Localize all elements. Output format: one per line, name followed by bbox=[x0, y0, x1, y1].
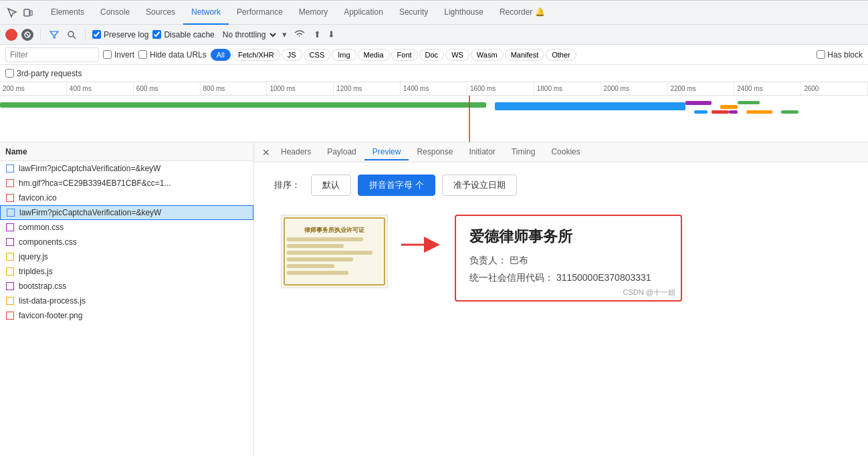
disable-cache-checkbox[interactable]: Disable cache bbox=[152, 30, 214, 39]
doc-file-icon bbox=[6, 208, 15, 217]
filter-input[interactable] bbox=[5, 47, 99, 62]
file-name: hm.gif?hca=CE29B3394EB71CBF&cc=1... bbox=[19, 179, 248, 188]
sort-label: 排序： bbox=[274, 179, 300, 191]
file-list-items: lawFirm?picCaptchaVerification=&keyWhm.g… bbox=[0, 161, 253, 456]
file-item[interactable]: favicon.ico bbox=[0, 191, 253, 205]
firm-name: 爱德律师事务所 bbox=[469, 227, 667, 247]
sort-date-button[interactable]: 准予设立日期 bbox=[442, 175, 517, 196]
filter-icon[interactable] bbox=[47, 28, 61, 41]
file-item[interactable]: bootstrap.css bbox=[0, 279, 253, 294]
sub-tab-timing[interactable]: Timing bbox=[504, 144, 544, 160]
tab-lighthouse[interactable]: Lighthouse bbox=[436, 1, 492, 25]
js-file-icon bbox=[5, 267, 15, 276]
timeline-tick: 1000 ms bbox=[267, 82, 334, 95]
tab-security[interactable]: Security bbox=[391, 1, 436, 25]
css-file-icon bbox=[5, 237, 15, 247]
doc-file-icon bbox=[5, 164, 15, 173]
timeline-tick: 400 ms bbox=[67, 82, 134, 95]
person-label: 负责人： bbox=[469, 255, 507, 265]
timeline-ruler: 200 ms400 ms600 ms800 ms1000 ms1200 ms14… bbox=[0, 82, 868, 96]
hide-data-urls-checkbox[interactable]: Hide data URLs bbox=[138, 50, 207, 60]
separator-1 bbox=[40, 29, 41, 41]
sub-tab-response[interactable]: Response bbox=[409, 144, 461, 160]
png-file-icon bbox=[5, 311, 15, 320]
filter-chip-doc[interactable]: Doc bbox=[419, 49, 445, 61]
filter-chip-ws[interactable]: WS bbox=[445, 49, 469, 61]
sub-tab-cookies[interactable]: Cookies bbox=[543, 144, 588, 160]
sub-tabs-container: HeadersPayloadPreviewResponseInitiatorTi… bbox=[273, 144, 588, 160]
file-item[interactable]: favicon-footer.png bbox=[0, 308, 253, 323]
search-icon[interactable] bbox=[65, 28, 78, 41]
file-item[interactable]: list-data-process.js bbox=[0, 294, 253, 308]
tab-recorder[interactable]: Recorder 🔔 bbox=[492, 1, 553, 25]
timeline-tick: 2000 ms bbox=[601, 82, 668, 95]
preserve-log-checkbox[interactable]: Preserve log bbox=[92, 30, 148, 39]
file-item[interactable]: tripldes.js bbox=[0, 264, 253, 279]
file-item[interactable]: jquery.js bbox=[0, 249, 253, 264]
cert-lines bbox=[287, 237, 382, 277]
file-item[interactable]: components.css bbox=[0, 235, 253, 249]
filter-chip-wasm[interactable]: Wasm bbox=[471, 49, 504, 61]
tab-network[interactable]: Network bbox=[183, 1, 229, 25]
tab-performance[interactable]: Performance bbox=[229, 1, 291, 25]
sort-pinyin-button[interactable]: 拼音首字母 个 bbox=[358, 175, 435, 196]
info-card: 爱德律师事务所 负责人： 巴布 统一社会信用代码： 31150000E37080… bbox=[455, 215, 682, 302]
inspect-icon[interactable] bbox=[5, 6, 19, 19]
clear-button[interactable] bbox=[21, 29, 33, 41]
device-toolbar-icon[interactable] bbox=[21, 6, 35, 19]
filter-chip-css[interactable]: CSS bbox=[304, 49, 331, 61]
tab-sources[interactable]: Sources bbox=[138, 1, 183, 25]
third-party-checkbox[interactable]: 3rd-party requests bbox=[5, 69, 82, 78]
timeline-tick: 2600 bbox=[801, 82, 868, 95]
file-name: bootstrap.css bbox=[19, 281, 248, 291]
file-name: tripldes.js bbox=[19, 267, 248, 276]
record-button[interactable] bbox=[5, 29, 17, 41]
sub-tab-payload[interactable]: Payload bbox=[319, 144, 364, 160]
code-info: 统一社会信用代码： 31150000E370803331 bbox=[469, 272, 667, 284]
timeline-tick: 800 ms bbox=[201, 82, 267, 95]
file-name: list-data-process.js bbox=[19, 296, 248, 306]
file-item[interactable]: lawFirm?picCaptchaVerification=&keyW bbox=[0, 205, 253, 220]
timeline-bar-r2 bbox=[712, 110, 729, 114]
tab-console[interactable]: Console bbox=[92, 1, 138, 25]
tab-memory[interactable]: Memory bbox=[291, 1, 336, 25]
sub-tab-headers[interactable]: Headers bbox=[273, 144, 319, 160]
has-block-checkbox[interactable]: Has block bbox=[817, 50, 863, 60]
upload-icon[interactable]: ⬆ bbox=[314, 29, 321, 39]
timeline-bar-b2 bbox=[694, 110, 707, 114]
sub-tab-preview[interactable]: Preview bbox=[364, 144, 409, 160]
tab-application[interactable]: Application bbox=[336, 1, 391, 25]
code-value: 31150000E370803331 bbox=[556, 272, 651, 283]
timeline-bar-o2 bbox=[746, 110, 772, 114]
file-item[interactable]: hm.gif?hca=CE29B3394EB71CBF&cc=1... bbox=[0, 176, 253, 191]
throttle-select[interactable]: No throttling bbox=[219, 29, 278, 40]
sort-default-button[interactable]: 默认 bbox=[311, 175, 351, 196]
download-icon[interactable]: ⬇ bbox=[328, 29, 335, 39]
css-file-icon bbox=[5, 223, 15, 232]
filter-chip-fetch/xhr[interactable]: Fetch/XHR bbox=[232, 49, 280, 61]
close-panel-button[interactable]: ✕ bbox=[259, 146, 273, 159]
timeline-bar-p2 bbox=[729, 110, 738, 114]
person-info: 负责人： 巴布 bbox=[469, 255, 667, 267]
invert-checkbox[interactable]: Invert bbox=[103, 50, 134, 60]
file-name: lawFirm?picCaptchaVerification=&keyW bbox=[19, 208, 247, 217]
filter-chip-all[interactable]: All bbox=[211, 49, 231, 61]
chevron-down-icon: ▾ bbox=[282, 29, 287, 39]
file-item[interactable]: lawFirm?picCaptchaVerification=&keyW bbox=[0, 161, 253, 176]
red-arrow bbox=[401, 235, 441, 255]
img-file-icon bbox=[5, 179, 15, 188]
filter-chip-font[interactable]: Font bbox=[391, 49, 418, 61]
filter-chip-media[interactable]: Media bbox=[358, 49, 390, 61]
file-name: components.css bbox=[19, 237, 248, 247]
timeline-bar-orange bbox=[720, 105, 738, 109]
third-party-row: 3rd-party requests bbox=[0, 65, 868, 82]
filter-chip-manifest[interactable]: Manifest bbox=[505, 49, 545, 61]
filter-chip-js[interactable]: JS bbox=[282, 49, 302, 61]
tab-elements[interactable]: Elements bbox=[43, 1, 92, 25]
wifi-icon bbox=[294, 29, 306, 40]
filter-chip-img[interactable]: Img bbox=[332, 49, 356, 61]
file-name: lawFirm?picCaptchaVerification=&keyW bbox=[19, 164, 248, 173]
filter-chip-other[interactable]: Other bbox=[546, 49, 576, 61]
sub-tab-initiator[interactable]: Initiator bbox=[461, 144, 503, 160]
file-item[interactable]: common.css bbox=[0, 220, 253, 235]
